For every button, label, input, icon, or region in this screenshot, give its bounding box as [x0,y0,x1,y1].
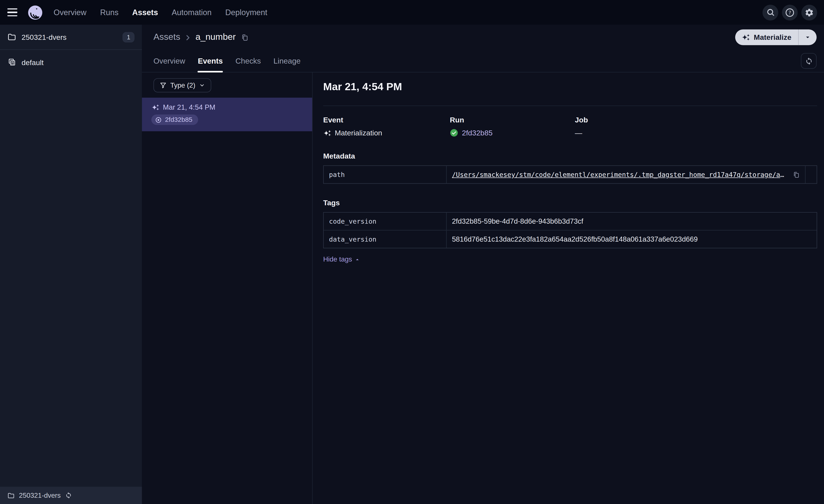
nav-runs[interactable]: Runs [100,8,118,17]
settings-button[interactable] [801,5,817,20]
breadcrumb-assets[interactable]: Assets [153,32,180,43]
sidebar-item-label: default [22,58,44,67]
job-value: — [575,129,582,137]
materialization-sparkle-icon [323,129,331,137]
search-button[interactable] [762,5,778,20]
tab-checks[interactable]: Checks [235,50,261,72]
materialize-button[interactable]: Materialize [735,29,798,45]
copy-icon [792,171,800,178]
nav-automation[interactable]: Automation [172,8,212,17]
top-nav: Overview Runs Assets Automation Deployme… [0,0,824,25]
nav-assets[interactable]: Assets [132,8,158,17]
divider [323,106,817,106]
tag-value: 5816d76e51c13dac22e3fa182a654aa2d526fb50… [452,235,698,243]
gear-icon [805,8,814,17]
tab-events[interactable]: Events [198,50,223,72]
page-title: a_number [196,32,236,43]
refresh-button[interactable] [801,53,817,69]
tag-key: data_version [324,231,447,248]
materialize-split-button: Materialize [735,29,817,45]
help-button[interactable]: ? [782,5,798,20]
metadata-heading: Metadata [323,152,817,160]
dagster-logo-icon[interactable] [27,5,43,20]
sidebar-item-default[interactable]: default [0,50,142,75]
run-status-icon [155,116,162,123]
hide-tags-link[interactable]: Hide tags [323,255,360,263]
tab-overview[interactable]: Overview [153,50,185,72]
events-list-panel: Type (2) [142,73,313,504]
sidebar-footer-label: 250321-dvers [19,491,61,499]
nav-deployment[interactable]: Deployment [225,8,267,17]
tab-lineage[interactable]: Lineage [274,50,301,72]
sidebar-footer[interactable]: 250321-dvers [0,487,142,504]
materialization-sparkle-icon [742,33,750,41]
run-column: Run 2fd32b85 [450,116,575,137]
job-label: Job [575,116,817,124]
tag-key: code_version [324,213,447,230]
materialize-dropdown-button[interactable] [798,29,817,45]
asset-tabs: Overview Events Checks Lineage [142,50,824,73]
tags-table: code_version 2fd32b85-59be-4d7d-8d6e-943… [323,212,817,248]
event-item-run-id: 2fd32b85 [165,116,193,123]
page-header: Assets a_number [142,25,824,50]
materialization-sparkle-icon [151,103,159,111]
sidebar-group-label: 250321-dvers [22,33,67,41]
tag-value: 2fd32b85-59be-4d7d-8d6e-943b6b3d73cf [452,217,583,225]
asset-groups-sidebar: 250321-dvers 1 default 250321-dvers [0,25,142,504]
help-icon: ? [785,8,795,17]
tags-heading: Tags [323,198,817,207]
dagster-app: Overview Runs Assets Automation Deployme… [0,0,824,504]
folder-icon [7,32,16,41]
caret-down-icon [804,33,811,41]
main-nav-links: Overview Runs Assets Automation Deployme… [54,8,268,17]
metadata-key: path [324,166,447,183]
table-row: data_version 5816d76e51c13dac22e3fa182a6… [324,230,817,248]
job-column: Job — [575,116,817,137]
menu-icon[interactable] [7,5,21,19]
run-label: Run [450,116,575,124]
materialize-button-label: Materialize [754,33,792,41]
event-type-value: Materialization [335,129,382,137]
event-item-run-chip[interactable]: 2fd32b85 [151,114,198,125]
reload-icon[interactable] [65,492,72,499]
type-filter-label: Type (2) [170,81,195,89]
nav-overview[interactable]: Overview [54,8,87,17]
event-detail-panel: Mar 21, 4:54 PM Event [313,73,824,504]
copy-path-button[interactable] [792,171,800,178]
sidebar-group-row[interactable]: 250321-dvers 1 [0,25,142,50]
copy-icon [240,33,248,41]
table-row: code_version 2fd32b85-59be-4d7d-8d6e-943… [324,213,817,230]
chevron-down-icon [199,83,205,88]
folder-icon [7,492,15,499]
svg-text:?: ? [789,10,791,15]
run-success-icon [450,129,458,137]
hide-tags-label: Hide tags [323,255,352,263]
triangle-up-icon [354,257,360,262]
refresh-icon [805,57,813,65]
type-filter-button[interactable]: Type (2) [153,78,211,93]
event-label: Event [323,116,450,124]
search-icon [766,8,775,17]
table-row: path /Users/smackesey/stm/code/elementl/… [324,166,817,183]
event-column: Event Materialization [323,116,450,137]
chevron-right-icon [184,33,192,41]
event-list-item-selected[interactable]: Mar 21, 4:54 PM 2fd32b85 [142,98,312,131]
main-panel: Assets a_number [142,25,824,504]
metadata-table: path /Users/smackesey/stm/code/elementl/… [323,165,817,184]
events-filter-row: Type (2) [142,73,312,98]
code-location-icon [7,58,16,67]
event-detail-title: Mar 21, 4:54 PM [323,81,817,93]
run-id-link[interactable]: 2fd32b85 [462,129,493,137]
copy-asset-name-button[interactable] [240,33,248,41]
filter-funnel-icon [160,82,167,89]
sidebar-group-count-badge: 1 [122,32,134,42]
nav-right-actions: ? [762,5,817,20]
event-item-timestamp: Mar 21, 4:54 PM [163,103,215,111]
metadata-path-link[interactable]: /Users/smackesey/stm/code/elementl/exper… [452,171,788,178]
event-summary-columns: Event Materialization [323,116,817,137]
table-end-cell [805,166,816,183]
